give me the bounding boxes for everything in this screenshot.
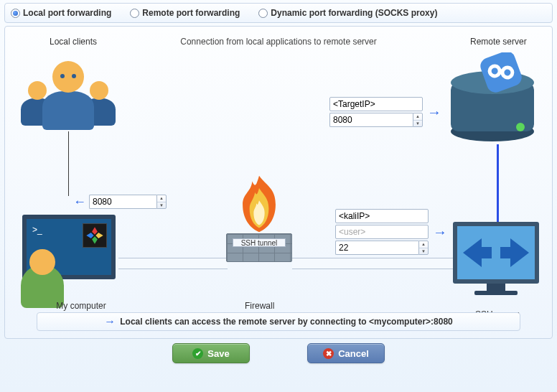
info-text: Local clients can access the remote serv…: [120, 317, 453, 327]
radio-remote-port-forwarding[interactable]: Remote port forwarding: [130, 8, 240, 18]
arrow-right-icon: →: [433, 225, 447, 239]
ssh-server-icon: [453, 222, 539, 295]
remote-host-input[interactable]: [333, 99, 419, 109]
radio-dot-icon: [130, 9, 139, 18]
svg-point-8: [516, 123, 525, 131]
firewall-icon: SSH tunnel: [226, 233, 292, 262]
firewall-label: Firewall: [245, 301, 274, 311]
info-bar: → Local clients can access the remote se…: [37, 312, 520, 331]
local-port-spinner[interactable]: ▲▼: [156, 195, 167, 209]
tunnel-bar-left: [118, 258, 228, 269]
arrow-left-icon: ←: [73, 195, 86, 208]
svg-marker-3: [86, 233, 93, 238]
user-icon: [21, 251, 64, 294]
my-computer-label-line1: My computer: [38, 301, 124, 311]
close-icon: ✖: [323, 348, 334, 359]
connector-line: [68, 131, 69, 196]
remote-port-input[interactable]: [333, 115, 410, 125]
radio-dynamic-port-forwarding[interactable]: Dynamic port forwarding (SOCKS proxy): [258, 8, 437, 18]
diagram-title: Connection from local applications to re…: [180, 37, 376, 47]
cancel-button-label: Cancel: [338, 348, 369, 359]
terminal-prompt-icon: >_: [32, 225, 42, 235]
remote-port-spinner[interactable]: ▲▼: [413, 113, 423, 127]
local-clients-icon: [18, 52, 118, 139]
radio-local-port-forwarding[interactable]: Local port forwarding: [11, 8, 111, 18]
local-clients-label: Local clients: [50, 37, 97, 47]
radio-local-label: Local port forwarding: [23, 8, 111, 18]
radio-dot-selected-icon: [11, 9, 20, 18]
connector-line-remote: [497, 144, 499, 222]
ssh-port-input[interactable]: [339, 243, 416, 253]
radio-dot-icon: [258, 9, 268, 18]
svg-marker-0: [92, 227, 98, 234]
local-port-input[interactable]: [93, 197, 154, 207]
remote-server-label: Remote server: [470, 37, 527, 47]
ssh-host-input[interactable]: [339, 211, 425, 221]
arrow-right-icon: →: [427, 105, 441, 119]
flame-icon: [230, 173, 288, 235]
mobaxterm-logo-icon: [83, 223, 107, 248]
ssh-tunnel-label: SSH tunnel: [233, 238, 286, 247]
save-button-label: Save: [207, 348, 229, 359]
radio-remote-label: Remote port forwarding: [142, 8, 240, 18]
check-icon: ✔: [192, 348, 203, 359]
button-row: ✔ Save ✖ Cancel: [0, 343, 557, 363]
tunnel-bar-right: [292, 258, 454, 269]
svg-marker-2: [92, 236, 98, 243]
ssh-port-spinner[interactable]: ▲▼: [418, 241, 429, 255]
ssh-user-input[interactable]: [339, 227, 425, 237]
remote-server-icon: [446, 52, 539, 139]
tunnel-type-radio-group: Local port forwarding Remote port forwar…: [4, 3, 553, 23]
local-port-field-group: ▲▼: [89, 195, 167, 209]
radio-dynamic-label: Dynamic port forwarding (SOCKS proxy): [271, 8, 437, 18]
diagram-panel: Connection from local applications to re…: [4, 26, 553, 339]
svg-marker-1: [95, 233, 103, 238]
cancel-button[interactable]: ✖ Cancel: [307, 343, 385, 363]
arrow-right-icon: →: [104, 316, 116, 327]
save-button[interactable]: ✔ Save: [172, 343, 250, 363]
